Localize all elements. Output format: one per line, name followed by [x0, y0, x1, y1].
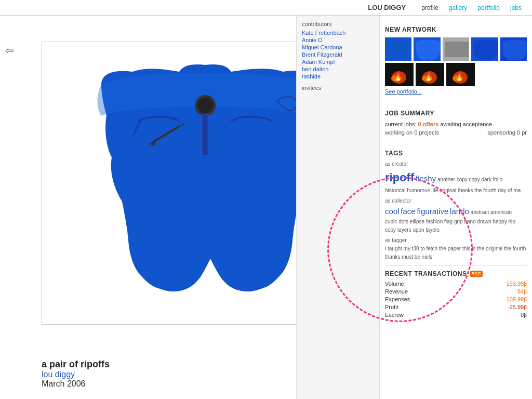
transaction-profit-label: Profit — [385, 304, 398, 310]
contributors-panel: contributors Kate Frettenbach Annie D Mi… — [296, 16, 379, 399]
contributors-label: contributors — [302, 21, 374, 27]
contributor-1[interactable]: Annie D — [302, 37, 374, 43]
job-summary-subrow: working on 0 projects sponsoring 0 pr — [385, 129, 527, 136]
recent-transactions-header: RECENT TRANSACTIONS RSS — [385, 270, 527, 277]
current-jobs-suffix: awaiting acceptance — [440, 121, 492, 127]
transaction-escrow-label: Escrow — [385, 312, 404, 318]
collector-tags: cool face figurative lando abstract amer… — [385, 205, 527, 234]
current-jobs-row: current jobs: 0 offers awaiting acceptan… — [385, 121, 527, 127]
tag-tagger-text: i taught my t30 to fetch the paper this … — [385, 246, 526, 260]
transaction-volume-label: Volume — [385, 281, 404, 287]
tag-american[interactable]: american — [490, 209, 512, 215]
svg-text:🔥: 🔥 — [454, 72, 464, 82]
rss-badge[interactable]: RSS — [470, 271, 483, 277]
sponsoring-label: sponsoring 0 pr — [487, 129, 527, 136]
tag-dots[interactable]: dots — [398, 219, 408, 224]
tag-face[interactable]: face — [401, 207, 415, 216]
tag-dark[interactable]: dark — [481, 177, 491, 182]
contributor-6[interactable]: rashide — [302, 73, 374, 79]
contributor-3[interactable]: Brent Fitzgerald — [302, 51, 374, 58]
job-summary-title: JOB SUMMARY — [385, 110, 527, 117]
svg-rect-8 — [445, 42, 469, 57]
nav-jobs[interactable]: jobs — [510, 4, 522, 11]
transaction-profit: Profit -25.99β — [385, 304, 527, 310]
transaction-revenue-label: Revenue — [385, 288, 408, 295]
contributor-5[interactable]: ben dalton — [302, 66, 374, 72]
tag-ripoff[interactable]: ripoff — [385, 171, 414, 184]
artwork-title: a pair of ripoffs — [42, 359, 110, 370]
as-creator-label: as creator — [385, 161, 527, 167]
svg-text:🔥: 🔥 — [393, 72, 403, 82]
tag-historical[interactable]: historical — [385, 188, 405, 193]
tag-grip[interactable]: grip — [454, 219, 463, 224]
working-on-label: working on 0 projects — [385, 129, 439, 136]
tag-life[interactable]: life — [432, 188, 438, 193]
transaction-revenue-value: 84β — [517, 288, 527, 295]
nav-gallery[interactable]: gallery — [449, 4, 467, 11]
as-tagger-label: as tagger — [385, 237, 527, 243]
current-jobs-value[interactable]: 0 offers — [418, 121, 439, 127]
as-collector-label: as collector — [385, 198, 527, 204]
transaction-revenue: Revenue 84β — [385, 288, 527, 295]
tag-figurative[interactable]: figurative — [417, 207, 448, 216]
contributor-4[interactable]: Adam Kumpf — [302, 59, 374, 65]
tag-flag[interactable]: flag — [444, 219, 453, 224]
tag-humorous[interactable]: humorous — [407, 188, 430, 193]
site-logo: LOU DIGGY — [368, 4, 406, 11]
thumbnail-4[interactable] — [471, 37, 498, 61]
tag-copy2[interactable]: copy — [385, 227, 396, 233]
left-panel: ⇦ — [0, 16, 379, 399]
transaction-volume: Volume 193.99β — [385, 281, 527, 287]
tag-thanks[interactable]: thanks — [458, 188, 473, 193]
main-content: ⇦ — [0, 16, 532, 399]
thumbnail-1[interactable] — [385, 37, 411, 61]
tag-abstract[interactable]: abstract — [471, 209, 489, 215]
thumbnail-8[interactable]: 🔥 — [446, 63, 475, 86]
artwork-date: March 2006 — [42, 379, 110, 389]
thumbnail-5[interactable] — [500, 37, 527, 61]
tag-handdrawn[interactable]: hand drawn — [464, 219, 491, 224]
thumbnail-7[interactable]: 🔥 — [416, 63, 444, 86]
transaction-expenses-label: Expenses — [385, 296, 410, 302]
tag-copy[interactable]: copy — [469, 177, 480, 182]
thumbnail-3[interactable] — [443, 37, 469, 61]
svg-point-1 — [197, 98, 213, 113]
tag-fourth[interactable]: the fourth day of ma — [474, 188, 521, 193]
thumbnail-row-1 — [385, 37, 527, 61]
back-arrow[interactable]: ⇦ — [5, 44, 14, 57]
tag-cool[interactable]: cool — [385, 207, 400, 216]
tag-fashion[interactable]: fashion — [426, 219, 443, 224]
top-navigation: LOU DIGGY profile gallery portfolio jobs — [0, 0, 532, 16]
thumbnail-6[interactable]: 🔥 — [385, 63, 414, 86]
tags-title: TAGS — [385, 150, 527, 157]
transaction-escrow-value: 0β — [521, 312, 527, 318]
transactions-title: RECENT TRANSACTIONS — [385, 270, 467, 277]
tag-another[interactable]: another copy — [437, 177, 468, 182]
tag-lando[interactable]: lando — [450, 207, 469, 216]
invitees-label: invitees — [302, 85, 374, 91]
tag-hip[interactable]: hip — [508, 219, 515, 224]
tag-layers[interactable]: layers — [397, 227, 411, 233]
transaction-expenses: Expenses 109.99β — [385, 296, 527, 302]
transaction-expenses-value: 109.99β — [507, 296, 527, 302]
contributor-0[interactable]: Kate Frettenbach — [302, 30, 374, 36]
thumbnail-2[interactable] — [414, 37, 440, 61]
tag-original[interactable]: original — [440, 188, 456, 193]
tag-happy[interactable]: happy — [493, 219, 507, 224]
tag-folio[interactable]: folio — [493, 177, 502, 182]
current-jobs-label: current jobs: — [385, 121, 417, 127]
see-portfolio-link[interactable]: See portfolio... — [385, 88, 527, 95]
new-artwork-title: NEW ARTWORK — [385, 26, 527, 33]
tag-fleshy[interactable]: fleshy — [416, 174, 436, 183]
contributor-2[interactable]: Miguel Cardona — [302, 44, 374, 50]
nav-profile[interactable]: profile — [421, 4, 438, 11]
right-panel: NEW ARTWORK 🔥 🔥 — [379, 16, 532, 399]
nav-portfolio[interactable]: portfolio — [477, 4, 500, 11]
tag-ellipse[interactable]: ellipse — [410, 219, 424, 224]
artwork-author[interactable]: lou diggy — [42, 370, 110, 379]
tag-upon[interactable]: upon layers — [413, 227, 440, 233]
tag-cubic[interactable]: cubic — [385, 219, 397, 224]
tagger-tags: i taught my t30 to fetch the paper this … — [385, 245, 527, 261]
svg-rect-3 — [203, 113, 207, 155]
transaction-volume-value: 193.99β — [507, 281, 527, 287]
